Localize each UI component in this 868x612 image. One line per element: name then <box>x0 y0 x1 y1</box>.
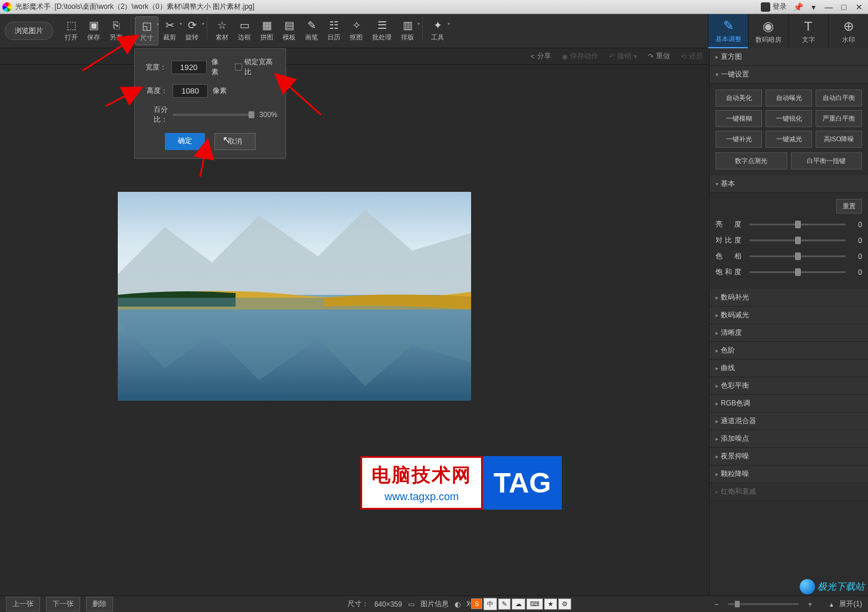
tool-icon: ⎘ <box>110 19 122 32</box>
section-add-noise[interactable]: ▸添加噪点 <box>710 430 868 448</box>
login-button[interactable]: 登录 <box>761 2 787 12</box>
tool-边框[interactable]: ▭边框 <box>233 16 256 45</box>
maximize-button[interactable]: □ <box>837 2 850 12</box>
pin-icon[interactable]: 📌 <box>791 2 804 12</box>
zoom-minus-icon[interactable]: − <box>714 600 718 608</box>
section-curves[interactable]: ▸曲线 <box>710 360 868 377</box>
save-action-button[interactable]: ◉ 保存动作 <box>562 51 598 61</box>
section-digital-fill[interactable]: ▸数码补光 <box>710 289 868 307</box>
tool-旋转[interactable]: ⟳旋转▾ <box>181 16 203 45</box>
tab-基本调整[interactable]: ✎基本调整 <box>708 14 748 48</box>
ok-button[interactable]: 确定 <box>165 133 205 150</box>
preset-白平衡一指键[interactable]: 白平衡一指键 <box>791 152 863 169</box>
preset-严重白平衡[interactable]: 严重白平衡 <box>816 110 862 127</box>
dropdown-icon[interactable]: ▾ <box>807 2 820 12</box>
ime-s[interactable]: S <box>471 598 482 609</box>
tool-拼图[interactable]: ▦拼图 <box>256 16 278 45</box>
ime-item[interactable]: ⌨ <box>526 598 543 610</box>
redo-button[interactable]: ↷ 重做 <box>648 51 670 61</box>
ime-zhong[interactable]: 中 <box>483 598 497 610</box>
slider-饱和度[interactable]: 饱和度0 <box>715 267 862 277</box>
close-button[interactable]: ✕ <box>853 2 866 12</box>
zoom-slider[interactable] <box>728 603 799 605</box>
title-bar: 光影魔术手 [D:\tools\桌面\work（2）\work（0）素材\调整大… <box>0 0 868 14</box>
slider-色　相[interactable]: 色 相0 <box>715 251 862 261</box>
section-channel-mixer[interactable]: ▸通道混合器 <box>710 413 868 430</box>
section-digital-dim[interactable]: ▸数码减光 <box>710 307 868 324</box>
zoom-plus-icon[interactable]: + <box>808 600 812 608</box>
slider-对比度[interactable]: 对比度0 <box>715 235 862 245</box>
compare-icon[interactable]: ◐ <box>455 600 460 608</box>
section-grain-denoise[interactable]: ▸颗粒降噪 <box>710 465 868 483</box>
section-levels[interactable]: ▸色阶 <box>710 342 868 360</box>
section-night-denoise[interactable]: ▸夜景抑噪 <box>710 448 868 465</box>
section-last[interactable]: ▸红饱和衰减 <box>710 483 868 501</box>
undo-button[interactable]: ↶ 撤销 ▾ <box>609 51 637 61</box>
tool-裁剪[interactable]: ✂裁剪▾ <box>158 16 181 45</box>
ime-item[interactable]: ☁ <box>512 598 525 610</box>
minimize-button[interactable]: — <box>822 2 835 12</box>
restore-button[interactable]: ⟲ 还原 <box>681 51 703 61</box>
preset-自动曝光[interactable]: 自动曝光 <box>766 89 812 107</box>
preset-自动美化[interactable]: 自动美化 <box>715 89 762 107</box>
ime-item[interactable]: ✎ <box>498 598 511 610</box>
section-rgb[interactable]: ▸RGB色调 <box>710 395 868 413</box>
mouse-cursor-icon: ↖ <box>223 134 230 145</box>
preset-自动白平衡[interactable]: 自动白平衡 <box>816 89 862 107</box>
preset-一键补光[interactable]: 一键补光 <box>715 131 762 148</box>
slider-亮　度[interactable]: 亮 度0 <box>715 219 862 230</box>
width-input[interactable] <box>171 61 207 74</box>
tool-画笔[interactable]: ✎画笔 <box>300 16 323 45</box>
cancel-button[interactable]: 取消 <box>214 133 256 150</box>
delete-button[interactable]: 删除 <box>86 597 113 611</box>
img-info-button[interactable]: 图片信息 <box>420 599 449 609</box>
section-oneclick[interactable]: ▾一键设置 <box>710 66 868 84</box>
tab-数码暗房[interactable]: ◉数码暗房 <box>748 14 788 48</box>
tool-素材[interactable]: ☆素材 <box>211 16 233 45</box>
share-button[interactable]: < 分享 <box>531 51 551 61</box>
reset-button[interactable]: 重置 <box>836 199 862 214</box>
tool-日历[interactable]: ☷日历 <box>323 16 345 45</box>
expand-button[interactable]: 展开(1) <box>839 599 862 609</box>
tool-icon: ✎ <box>305 19 318 32</box>
ime-item[interactable]: ⚙ <box>558 598 571 610</box>
app-name: 光影魔术手 <box>15 2 51 12</box>
tool-抠图[interactable]: ✧抠图 <box>345 16 367 45</box>
tab-水印[interactable]: ⊕水印 <box>828 14 868 48</box>
watermark-overlay: 电脑技术网 www.tagxp.com TAG <box>360 456 562 510</box>
preset-数字点测光[interactable]: 数字点测光 <box>715 152 787 169</box>
preset-一键减光[interactable]: 一键减光 <box>766 131 812 148</box>
tab-文字[interactable]: T文字 <box>788 14 828 48</box>
section-clarity[interactable]: ▸清晰度 <box>710 324 868 342</box>
tool-另存[interactable]: ⎘另存 <box>105 16 127 45</box>
preset-一键锐化[interactable]: 一键锐化 <box>766 110 812 127</box>
tool-工具[interactable]: ✦工具▾ <box>426 16 449 45</box>
preset-高ISO降噪[interactable]: 高ISO降噪 <box>816 131 862 148</box>
section-basic[interactable]: ▾基本 <box>710 175 868 193</box>
tab-icon: T <box>804 19 812 34</box>
tool-icon: ☷ <box>327 19 340 32</box>
next-button[interactable]: 下一张 <box>46 597 80 611</box>
lock-ratio-checkbox[interactable]: 锁定宽高比 <box>235 57 277 77</box>
tool-icon: ▦ <box>260 19 273 32</box>
tool-批处理[interactable]: ☰批处理 <box>367 16 396 45</box>
image-preview[interactable] <box>118 192 471 401</box>
tool-保存[interactable]: ▣保存 <box>82 16 105 45</box>
size-label: 尺寸： <box>347 599 369 609</box>
tool-模板[interactable]: ▤模板 <box>278 16 300 45</box>
tool-排版[interactable]: ▥排版▾ <box>396 16 419 45</box>
section-color-balance[interactable]: ▸色彩平衡 <box>710 377 868 395</box>
tool-尺寸[interactable]: ◱尺寸▾ <box>135 16 158 45</box>
tool-icon: ✂ <box>163 19 176 32</box>
height-input[interactable] <box>173 84 208 98</box>
tool-icon: ✧ <box>350 19 363 32</box>
ime-item[interactable]: ★ <box>544 598 557 610</box>
browse-images-button[interactable]: 浏览图片 <box>5 22 53 40</box>
preset-一键模糊[interactable]: 一键模糊 <box>715 110 762 127</box>
zoom-out-icon[interactable]: ▭ <box>408 600 415 608</box>
canvas-area <box>0 65 709 596</box>
prev-button[interactable]: 上一张 <box>6 597 40 611</box>
tool-打开[interactable]: ⬚打开 <box>60 16 82 45</box>
percent-slider[interactable] <box>173 114 254 116</box>
section-histogram[interactable]: ▸直方图 <box>710 48 868 66</box>
